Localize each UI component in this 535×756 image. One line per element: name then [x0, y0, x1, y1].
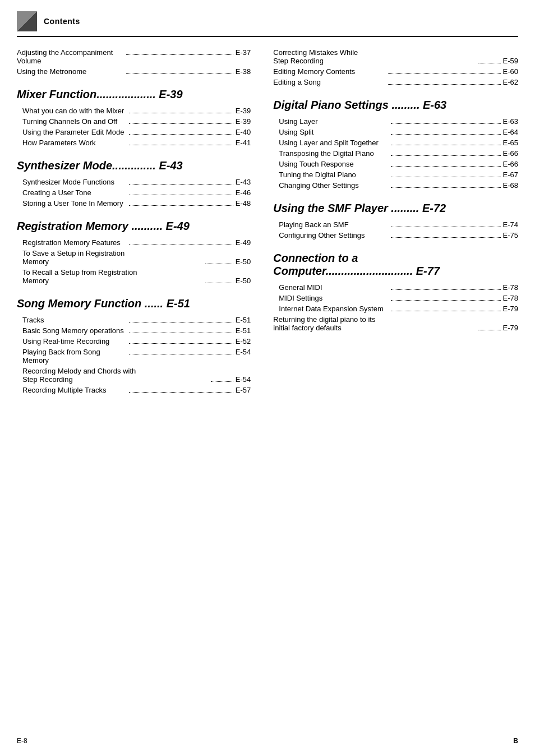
toc-entry: Changing Other Settings E-68	[273, 181, 518, 190]
section-heading-digital: Digital Piano Settings ......... E-63	[273, 99, 518, 112]
toc-entry: Editing a Song E-62	[273, 78, 518, 86]
toc-entry: MIDI Settings E-78	[273, 294, 518, 302]
toc-entry: General MIDI E-78	[273, 283, 518, 292]
toc-entry-multi: To Save a Setup in RegistrationMemory E-…	[17, 249, 251, 266]
header: Contents	[17, 11, 518, 37]
section-heading-song: Song Memory Function ...... E-51	[17, 297, 251, 310]
toc-entry: Transposing the Digital Piano E-66	[273, 149, 518, 158]
toc-entry: Playing Back from Song Memory E-54	[17, 348, 251, 365]
section-heading-smf: Using the SMF Player ......... E-72	[273, 202, 518, 215]
toc-entry: Using the Metronome E-38	[17, 67, 251, 76]
toc-entry-multi: Correcting Mistakes WhileStep Recording …	[273, 48, 518, 65]
toc-entry: Playing Back an SMF E-74	[273, 220, 518, 229]
toc-entry-multi: To Recall a Setup from RegistrationMemor…	[17, 268, 251, 285]
svg-rect-0	[17, 11, 37, 31]
section-heading-registration: Registration Memory .......... E-49	[17, 220, 251, 233]
toc-entry: Tuning the Digital Piano E-67	[273, 170, 518, 179]
toc-entry: Using Layer and Split Together E-65	[273, 139, 518, 147]
left-column: Adjusting the Accompaniment Volume E-37 …	[17, 48, 268, 397]
toc-entry: Basic Song Memory operations E-51	[17, 326, 251, 335]
right-column: Correcting Mistakes WhileStep Recording …	[268, 48, 518, 397]
toc-entry: Synthesizer Mode Functions E-43	[17, 178, 251, 186]
toc-entry-multi: Returning the digital piano to itsinitia…	[273, 315, 518, 332]
toc-entry: Recording Multiple Tracks E-57	[17, 386, 251, 394]
toc-entry: Configuring Other Settings E-75	[273, 231, 518, 239]
toc-entry: Using Split E-64	[273, 128, 518, 136]
footer-left: E-8	[17, 737, 27, 745]
svg-marker-1	[17, 11, 37, 31]
section-heading-mixer: Mixer Function................... E-39	[17, 88, 251, 101]
toc-entry: Registration Memory Features E-49	[17, 238, 251, 247]
toc-entry: Storing a User Tone In Memory E-48	[17, 199, 251, 208]
header-icon	[17, 11, 37, 31]
toc-entry: Using the Parameter Edit Mode E-40	[17, 128, 251, 136]
toc-entry: Using Layer E-63	[273, 117, 518, 126]
toc-entry: Turning Channels On and Off E-39	[17, 117, 251, 126]
section-heading-synth: Synthesizer Mode.............. E-43	[17, 159, 251, 172]
main-content: Adjusting the Accompaniment Volume E-37 …	[17, 48, 518, 397]
toc-entry: Using Touch Response E-66	[273, 160, 518, 168]
header-title: Contents	[44, 17, 80, 26]
toc-entry: Adjusting the Accompaniment Volume E-37	[17, 48, 251, 65]
section-heading-connection: Connection to aComputer.................…	[273, 252, 518, 278]
page: Contents Adjusting the Accompaniment Vol…	[0, 0, 535, 756]
toc-entry-multi: Recording Melody and Chords withStep Rec…	[17, 367, 251, 384]
footer-right: B	[513, 737, 518, 745]
toc-entry: Internet Data Expansion System E-79	[273, 305, 518, 313]
toc-entry: Creating a User Tone E-46	[17, 188, 251, 197]
toc-entry: Tracks E-51	[17, 316, 251, 324]
toc-entry: Editing Memory Contents E-60	[273, 67, 518, 76]
toc-entry: How Parameters Work E-41	[17, 139, 251, 147]
toc-entry: What you can do with the Mixer E-39	[17, 107, 251, 115]
toc-entry: Using Real-time Recording E-52	[17, 337, 251, 345]
